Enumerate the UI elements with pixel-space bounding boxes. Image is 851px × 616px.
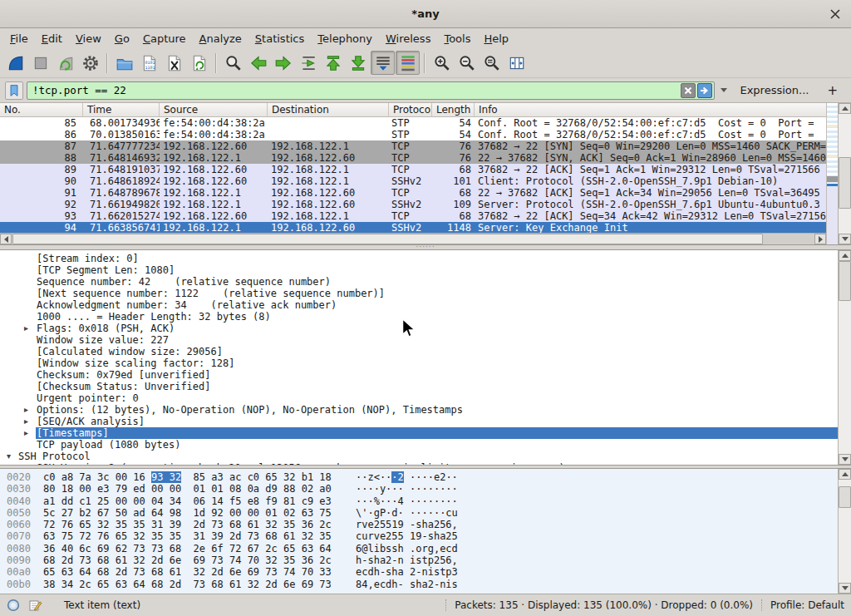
vscroll-up-arrow[interactable] <box>839 103 851 114</box>
detail-line[interactable]: Urgent pointer: 0 <box>0 392 838 404</box>
expand-arrow-icon[interactable]: ▸ <box>24 404 28 416</box>
vscroll-down-arrow[interactable] <box>839 234 851 244</box>
hex-row[interactable]: 009068 2d 73 68 61 32 2d 6e 69 73 74 70 … <box>7 554 838 566</box>
detail-line[interactable]: Checksum: 0x79ed [unverified] <box>0 369 838 381</box>
col-header-protocol[interactable]: Protocol <box>389 103 432 116</box>
packet-row-89[interactable]: 8971.648191037192.168.122.60192.168.122.… <box>0 164 826 175</box>
details-vscrollbar[interactable] <box>838 250 851 465</box>
hex-row[interactable]: 003080 18 00 e3 79 ed 00 00 01 01 08 0a … <box>7 483 838 495</box>
hex-row[interactable]: 008036 40 6c 69 62 73 73 68 2e 6f 72 67 … <box>7 543 838 554</box>
save-file-button[interactable]: 01011101 <box>137 51 161 75</box>
collapse-arrow-icon[interactable]: ▾ <box>7 451 11 462</box>
hex-row[interactable]: 00505c 27 b2 67 50 ad 64 98 1d 92 00 00 … <box>7 507 838 519</box>
detail-line-ssh-protocol[interactable]: ▾SSH Protocol <box>0 451 838 462</box>
packet-row-92[interactable]: 9271.661949820192.168.122.1192.168.122.6… <box>0 199 826 210</box>
menu-telephony[interactable]: Telephony <box>311 30 379 47</box>
details-vscroll-up-arrow[interactable] <box>839 250 851 261</box>
filter-history-dropdown[interactable] <box>718 81 730 100</box>
expression-button[interactable]: Expression... <box>733 84 815 96</box>
col-header-destination[interactable]: Destination <box>268 103 389 116</box>
restart-capture-button[interactable] <box>53 51 77 75</box>
stop-capture-button[interactable] <box>28 51 52 75</box>
menu-wireless[interactable]: Wireless <box>379 30 437 47</box>
packet-list-minimap[interactable] <box>826 103 838 244</box>
zoom-in-button[interactable] <box>430 51 454 75</box>
hex-vscroll-down-arrow[interactable] <box>839 583 851 594</box>
hex-row[interactable]: 00a065 63 64 68 2d 73 68 61 32 2d 6e 69 … <box>7 566 838 578</box>
filter-clear-button[interactable] <box>681 83 696 98</box>
hex-row[interactable]: 006072 76 65 32 35 35 31 39 2d 73 68 61 … <box>7 519 838 530</box>
detail-line[interactable]: Acknowledgment number: 34 (relative ack … <box>0 299 838 311</box>
detail-line-selected-timestamps[interactable]: ▸[Timestamps] <box>0 427 838 439</box>
menu-analyze[interactable]: Analyze <box>193 30 248 47</box>
resize-columns-button[interactable] <box>504 51 529 75</box>
go-last-button[interactable] <box>346 51 370 75</box>
window-close-icon[interactable] <box>829 8 841 20</box>
profile-button[interactable]: Profile: Default <box>770 599 844 611</box>
hex-vscrollbar[interactable] <box>838 469 851 594</box>
detail-line[interactable]: 1000 .... = Header Length: 32 bytes (8) <box>0 311 838 323</box>
detail-line[interactable]: [TCP Segment Len: 1080] <box>0 264 838 276</box>
go-to-packet-button[interactable] <box>296 51 320 75</box>
detail-line[interactable]: ▸SSH Version 2 (encryption:chacha20-poly… <box>0 462 838 465</box>
detail-line[interactable]: TCP payload (1080 bytes) <box>0 439 838 451</box>
go-forward-button[interactable] <box>271 51 295 75</box>
packet-list-hscrollbar[interactable] <box>0 233 826 244</box>
col-header-length[interactable]: Length <box>432 103 475 116</box>
expand-arrow-icon[interactable]: ▸ <box>24 462 28 465</box>
expert-info-icon[interactable] <box>7 599 20 612</box>
close-file-button[interactable] <box>162 51 186 75</box>
filter-apply-button[interactable] <box>697 83 712 98</box>
capture-comment-icon[interactable] <box>28 599 42 613</box>
vscroll-track[interactable] <box>839 114 851 234</box>
hex-row[interactable]: 0020c0 a8 7a 3c 00 16 93 32 85 a3 ac c0 … <box>7 471 838 483</box>
pane-splitter[interactable]: ······ <box>0 245 851 249</box>
hscroll-left-arrow[interactable] <box>0 234 12 244</box>
col-header-time[interactable]: Time <box>83 103 160 116</box>
start-capture-button[interactable] <box>3 51 27 75</box>
detail-line[interactable]: ▸[SEQ/ACK analysis] <box>0 416 838 427</box>
packet-row-86[interactable]: 8670.013850163fe:54:00:d4:38:2aSTP54Conf… <box>0 129 826 140</box>
detail-line[interactable]: [Stream index: 0] <box>0 253 838 264</box>
colorize-toggle[interactable] <box>396 51 420 75</box>
filter-bookmark-button[interactable] <box>5 81 23 100</box>
col-header-source[interactable]: Source <box>160 103 268 116</box>
hscroll-right-arrow[interactable] <box>814 234 826 244</box>
menu-view[interactable]: View <box>69 30 108 47</box>
detail-line[interactable]: Window size value: 227 <box>0 334 838 346</box>
menu-go[interactable]: Go <box>108 30 136 47</box>
hscroll-thumb[interactable] <box>12 234 763 244</box>
auto-scroll-toggle[interactable] <box>371 51 395 75</box>
detail-line[interactable]: Sequence number: 42 (relative sequence n… <box>0 276 838 288</box>
expand-arrow-icon[interactable]: ▸ <box>24 416 28 427</box>
detail-line[interactable]: [Window size scaling factor: 128] <box>0 357 838 369</box>
go-first-button[interactable] <box>321 51 345 75</box>
find-packet-button[interactable] <box>221 51 245 75</box>
expand-arrow-icon[interactable]: ▸ <box>24 427 28 439</box>
col-header-no[interactable]: No. <box>0 103 83 116</box>
detail-line[interactable]: [Next sequence number: 1122 (relative se… <box>0 288 838 299</box>
menu-statistics[interactable]: Statistics <box>248 30 311 47</box>
details-vscroll-thumb[interactable] <box>839 261 851 301</box>
col-header-info[interactable]: Info <box>475 103 826 116</box>
reload-file-button[interactable] <box>187 51 211 75</box>
menu-help[interactable]: Help <box>477 30 515 47</box>
packet-row-90[interactable]: 9071.648618924192.168.122.60192.168.122.… <box>0 175 826 187</box>
menu-tools[interactable]: Tools <box>437 30 477 47</box>
hex-vscroll-thumb[interactable] <box>839 486 851 508</box>
zoom-out-button[interactable] <box>455 51 479 75</box>
zoom-original-button[interactable] <box>480 51 504 75</box>
capture-options-button[interactable] <box>78 51 102 75</box>
hex-row[interactable]: 00b038 34 2c 65 63 64 68 2d 73 68 61 32 … <box>7 579 838 590</box>
packet-row-87[interactable]: 8771.647777234192.168.122.60192.168.122.… <box>0 140 826 152</box>
menu-edit[interactable]: Edit <box>35 30 69 47</box>
add-filter-button[interactable]: + <box>819 83 846 98</box>
hex-row[interactable]: 0040a1 dd c1 25 00 00 04 34 06 14 f5 e8 … <box>7 495 838 507</box>
packet-row-88[interactable]: 8871.648146932192.168.122.1192.168.122.6… <box>0 152 826 164</box>
packet-row-85[interactable]: 8568.001734936fe:54:00:d4:38:2aSTP54Conf… <box>0 117 826 129</box>
detail-line[interactable]: [Calculated window size: 29056] <box>0 346 838 357</box>
hex-row[interactable]: 007063 75 72 76 65 32 35 35 31 39 2d 73 … <box>7 530 838 542</box>
hex-vscroll-up-arrow[interactable] <box>839 469 851 480</box>
detail-line[interactable]: ▸Options: (12 bytes), No-Operation (NOP)… <box>0 404 838 416</box>
menu-capture[interactable]: Capture <box>136 30 193 47</box>
